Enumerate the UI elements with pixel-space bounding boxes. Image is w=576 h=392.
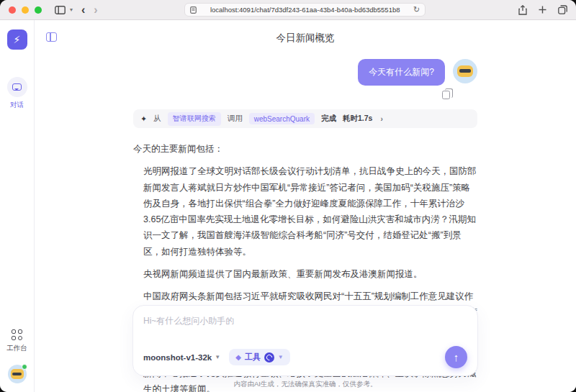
new-tab-icon[interactable]: [539, 6, 546, 14]
composer: Hi~有什么想问小助手的 moonshot-v1-32k ▼ ◆ 工具 ▼ ↑: [132, 305, 478, 376]
tool-duration: 耗时1.7s: [343, 114, 372, 124]
arrow-up-icon: ↑: [454, 351, 459, 363]
app-sidebar: ⚡ 对话 工作台: [0, 20, 35, 392]
app-logo[interactable]: ⚡: [7, 29, 27, 50]
copy-message-icon[interactable]: [442, 91, 450, 99]
tools-label: 工具: [245, 352, 261, 363]
message-input[interactable]: Hi~有什么想问小助手的: [143, 315, 467, 327]
avatar-face: [11, 369, 24, 379]
ai-disclaimer: 内容由AI生成，无法确保真实准确，仅供参考。: [35, 380, 576, 389]
chevron-down-icon: ▼: [215, 354, 220, 360]
tool-call-prefix: 从: [153, 114, 161, 124]
browser-chrome: ▾ ‹ › localhost:4091/chat/7d3df243-61aa-…: [0, 0, 576, 20]
browser-sidebar-icon[interactable]: [55, 6, 66, 14]
sidebar-workbench-label: 工作台: [6, 344, 27, 353]
chat-bubble-icon: [12, 83, 22, 91]
diamond-icon: ◆: [235, 353, 241, 361]
page-title: 今日新闻概览: [35, 32, 576, 45]
close-window-button[interactable]: [9, 6, 16, 14]
user-message-row: 今天有什么新闻?: [133, 59, 477, 86]
grid-icon: [12, 329, 22, 340]
tools-selector[interactable]: ◆ 工具 ▼: [229, 349, 290, 365]
tool-call-verb: 调用: [228, 114, 243, 124]
tool-expand-chevron[interactable]: ›: [380, 115, 382, 123]
profile-avatar[interactable]: [8, 365, 27, 383]
tool-count-badge: [264, 352, 274, 363]
forward-button[interactable]: ›: [94, 4, 97, 16]
answer-paragraph: 央视网新闻频道提供了国内最新政策、重要新闻发布及港澳新闻报道。: [133, 266, 477, 282]
online-status-dot: [22, 364, 27, 370]
sidebar-item-workbench[interactable]: 工作台: [6, 329, 27, 353]
url-text[interactable]: localhost:4091/chat/7d3df243-61aa-43b4-b…: [201, 6, 409, 14]
sidebar-chat-label: 对话: [10, 101, 24, 110]
model-selector[interactable]: moonshot-v1-32k ▼: [143, 353, 220, 362]
minimize-window-button[interactable]: [22, 6, 29, 14]
tool-spark-icon: ✦: [140, 114, 147, 124]
zoom-window-button[interactable]: [35, 6, 42, 14]
tool-call-bar[interactable]: ✦ 从 智谱联网搜索 调用 webSearchQuark 完成 耗时1.7s ›: [133, 109, 477, 128]
reload-icon[interactable]: ↻: [413, 5, 420, 14]
answer-intro: 今天的主要新闻包括：: [133, 141, 477, 157]
lightning-icon: ⚡: [14, 34, 21, 45]
tool-status: 完成: [321, 114, 336, 124]
send-button[interactable]: ↑: [445, 346, 467, 368]
url-bar[interactable]: localhost:4091/chat/7d3df243-61aa-43b4-b…: [184, 3, 426, 17]
user-message-bubble: 今天有什么新闻?: [358, 59, 445, 86]
share-icon[interactable]: [518, 5, 527, 15]
user-avatar: [453, 59, 477, 83]
tab-overview-icon[interactable]: [558, 5, 567, 14]
chevron-down-icon: ▼: [278, 354, 284, 360]
tool-provider-badge: 智谱联网搜索: [168, 112, 221, 126]
chevron-down-icon[interactable]: ▾: [70, 6, 73, 13]
traffic-lights: [9, 6, 42, 14]
chat-main: 今日新闻概览 今天有什么新闻? ✦ 从 智谱联网搜索 调用: [35, 20, 576, 392]
browser-window: ▾ ‹ › localhost:4091/chat/7d3df243-61aa-…: [0, 0, 576, 392]
model-name: moonshot-v1-32k: [143, 353, 212, 362]
tool-name-badge: webSearchQuark: [249, 113, 315, 124]
site-settings-icon[interactable]: [190, 6, 197, 14]
back-button[interactable]: ‹: [81, 4, 85, 16]
answer-paragraph: 光明网报道了全球文明对话部长级会议行动计划清单，抗日战争史上的今天，国防部新闻发…: [133, 163, 477, 260]
sidebar-item-chat[interactable]: 对话: [7, 77, 27, 110]
